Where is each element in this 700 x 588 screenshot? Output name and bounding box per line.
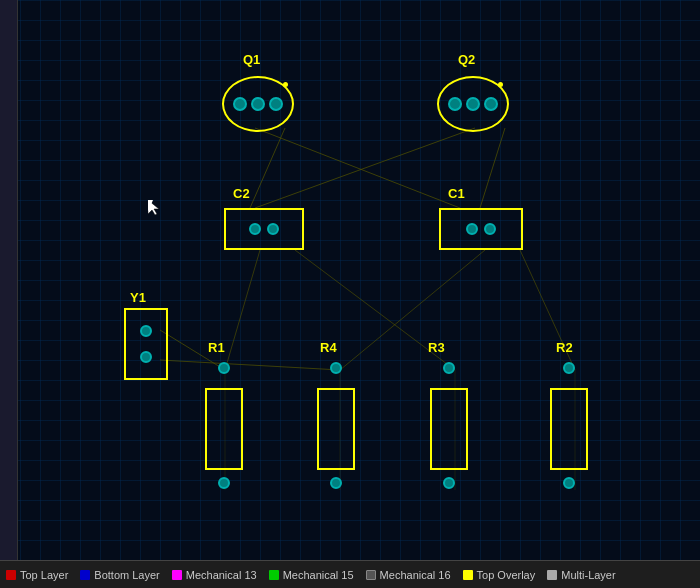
mech13-label: Mechanical 13	[186, 569, 257, 581]
r4-top-pad[interactable]	[330, 362, 342, 374]
r2-top-pad[interactable]	[563, 362, 575, 374]
r3-label: R3	[428, 340, 445, 355]
layer-mech13[interactable]: Mechanical 13	[172, 569, 257, 581]
svg-line-0	[255, 128, 460, 208]
q1-label: Q1	[243, 52, 260, 67]
c2-label: C2	[233, 186, 250, 201]
layer-top-overlay[interactable]: Top Overlay	[463, 569, 536, 581]
bottom-layer-dot	[80, 570, 90, 580]
layer-bottom[interactable]: Bottom Layer	[80, 569, 159, 581]
top-layer-label: Top Layer	[20, 569, 68, 581]
q1-pad3[interactable]	[269, 97, 283, 111]
mech16-dot	[366, 570, 376, 580]
c1-component[interactable]	[439, 208, 523, 250]
q1-dot	[283, 82, 288, 87]
r2-component[interactable]	[550, 388, 588, 470]
q1-pad1[interactable]	[233, 97, 247, 111]
svg-line-2	[255, 128, 475, 208]
layer-multi[interactable]: Multi-Layer	[547, 569, 615, 581]
r3-bot-pad[interactable]	[443, 477, 455, 489]
r1-top-pad[interactable]	[218, 362, 230, 374]
c2-pad2[interactable]	[267, 223, 279, 235]
svg-line-5	[160, 360, 340, 370]
left-sidebar	[0, 0, 18, 560]
q1-pad2[interactable]	[251, 97, 265, 111]
q2-dot	[498, 82, 503, 87]
r2-label: R2	[556, 340, 573, 355]
c1-pad1[interactable]	[466, 223, 478, 235]
r2-bot-pad[interactable]	[563, 477, 575, 489]
q2-label: Q2	[458, 52, 475, 67]
svg-line-1	[250, 128, 285, 208]
c1-label: C1	[448, 186, 465, 201]
q2-pad2[interactable]	[466, 97, 480, 111]
r3-component[interactable]	[430, 388, 468, 470]
layer-top[interactable]: Top Layer	[6, 569, 68, 581]
r1-component[interactable]	[205, 388, 243, 470]
y1-pad2[interactable]	[140, 351, 152, 363]
y1-pad1[interactable]	[140, 325, 152, 337]
q2-pad3[interactable]	[484, 97, 498, 111]
q1-component[interactable]	[222, 76, 294, 132]
top-layer-dot	[6, 570, 16, 580]
svg-line-3	[480, 128, 505, 208]
c2-pad1[interactable]	[249, 223, 261, 235]
top-overlay-label: Top Overlay	[477, 569, 536, 581]
multi-layer-dot	[547, 570, 557, 580]
c2-component[interactable]	[224, 208, 304, 250]
svg-marker-14	[148, 200, 159, 215]
top-overlay-dot	[463, 570, 473, 580]
q2-component[interactable]	[437, 76, 509, 132]
status-bar: Top Layer Bottom Layer Mechanical 13 Mec…	[0, 560, 700, 588]
mech15-dot	[269, 570, 279, 580]
r4-label: R4	[320, 340, 337, 355]
multi-layer-label: Multi-Layer	[561, 569, 615, 581]
y1-component[interactable]	[124, 308, 168, 380]
q2-pad1[interactable]	[448, 97, 462, 111]
layer-mech16[interactable]: Mechanical 16	[366, 569, 451, 581]
pcb-canvas[interactable]: Q1 Q2 C2 C1 Y1 R1 R4 R3 R	[0, 0, 700, 560]
ratsnest-lines	[0, 0, 700, 560]
r1-label: R1	[208, 340, 225, 355]
r4-bot-pad[interactable]	[330, 477, 342, 489]
mech13-dot	[172, 570, 182, 580]
mech15-label: Mechanical 15	[283, 569, 354, 581]
svg-line-10	[225, 250, 260, 370]
r3-top-pad[interactable]	[443, 362, 455, 374]
cursor	[148, 200, 160, 216]
r1-bot-pad[interactable]	[218, 477, 230, 489]
c1-pad2[interactable]	[484, 223, 496, 235]
y1-label: Y1	[130, 290, 146, 305]
svg-line-12	[340, 250, 485, 370]
layer-mech15[interactable]: Mechanical 15	[269, 569, 354, 581]
r4-component[interactable]	[317, 388, 355, 470]
mech16-label: Mechanical 16	[380, 569, 451, 581]
bottom-layer-label: Bottom Layer	[94, 569, 159, 581]
